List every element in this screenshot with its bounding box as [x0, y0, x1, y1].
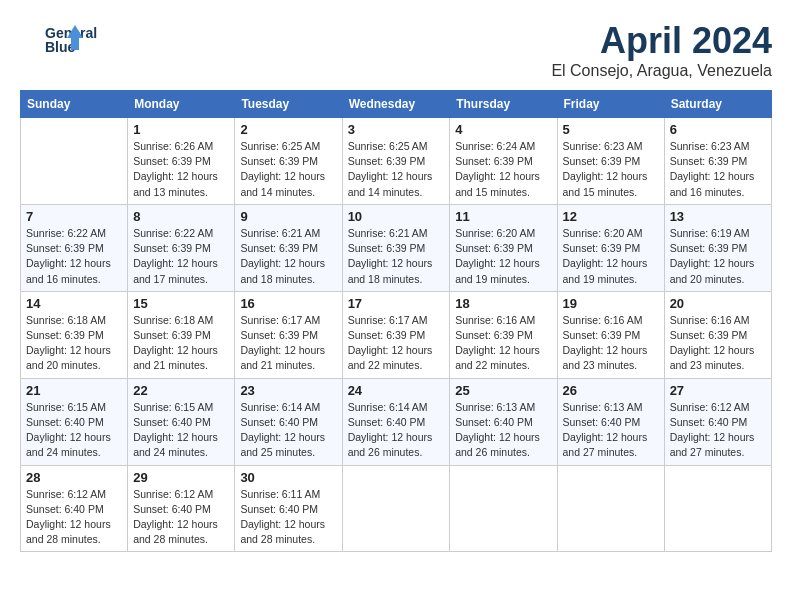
calendar-cell: 19 Sunrise: 6:16 AMSunset: 6:39 PMDaylig… — [557, 291, 664, 378]
day-info: Sunrise: 6:12 AMSunset: 6:40 PMDaylight:… — [133, 488, 218, 546]
day-number: 2 — [240, 122, 336, 137]
day-info: Sunrise: 6:13 AMSunset: 6:40 PMDaylight:… — [455, 401, 540, 459]
col-header-saturday: Saturday — [664, 91, 771, 118]
calendar-cell: 13 Sunrise: 6:19 AMSunset: 6:39 PMDaylig… — [664, 204, 771, 291]
calendar-cell: 18 Sunrise: 6:16 AMSunset: 6:39 PMDaylig… — [450, 291, 557, 378]
day-info: Sunrise: 6:20 AMSunset: 6:39 PMDaylight:… — [455, 227, 540, 285]
day-number: 29 — [133, 470, 229, 485]
calendar-cell: 6 Sunrise: 6:23 AMSunset: 6:39 PMDayligh… — [664, 118, 771, 205]
calendar-cell: 12 Sunrise: 6:20 AMSunset: 6:39 PMDaylig… — [557, 204, 664, 291]
col-header-sunday: Sunday — [21, 91, 128, 118]
day-info: Sunrise: 6:16 AMSunset: 6:39 PMDaylight:… — [563, 314, 648, 372]
day-number: 14 — [26, 296, 122, 311]
day-number: 8 — [133, 209, 229, 224]
day-info: Sunrise: 6:12 AMSunset: 6:40 PMDaylight:… — [26, 488, 111, 546]
day-info: Sunrise: 6:22 AMSunset: 6:39 PMDaylight:… — [133, 227, 218, 285]
day-number: 5 — [563, 122, 659, 137]
day-number: 24 — [348, 383, 445, 398]
location-title: El Consejo, Aragua, Venezuela — [551, 62, 772, 80]
day-info: Sunrise: 6:26 AMSunset: 6:39 PMDaylight:… — [133, 140, 218, 198]
day-info: Sunrise: 6:21 AMSunset: 6:39 PMDaylight:… — [240, 227, 325, 285]
day-info: Sunrise: 6:24 AMSunset: 6:39 PMDaylight:… — [455, 140, 540, 198]
header-row: SundayMondayTuesdayWednesdayThursdayFrid… — [21, 91, 772, 118]
day-number: 7 — [26, 209, 122, 224]
col-header-tuesday: Tuesday — [235, 91, 342, 118]
day-number: 28 — [26, 470, 122, 485]
day-info: Sunrise: 6:14 AMSunset: 6:40 PMDaylight:… — [240, 401, 325, 459]
month-title: April 2024 — [551, 20, 772, 62]
day-number: 19 — [563, 296, 659, 311]
day-number: 15 — [133, 296, 229, 311]
logo-icon: General Blue — [20, 20, 110, 60]
page-header: General Blue April 2024 El Consejo, Arag… — [20, 20, 772, 80]
day-info: Sunrise: 6:17 AMSunset: 6:39 PMDaylight:… — [240, 314, 325, 372]
day-number: 16 — [240, 296, 336, 311]
day-number: 9 — [240, 209, 336, 224]
calendar-cell: 29 Sunrise: 6:12 AMSunset: 6:40 PMDaylig… — [128, 465, 235, 552]
calendar-cell: 1 Sunrise: 6:26 AMSunset: 6:39 PMDayligh… — [128, 118, 235, 205]
calendar-cell: 9 Sunrise: 6:21 AMSunset: 6:39 PMDayligh… — [235, 204, 342, 291]
calendar-cell — [664, 465, 771, 552]
calendar-cell: 25 Sunrise: 6:13 AMSunset: 6:40 PMDaylig… — [450, 378, 557, 465]
calendar-cell: 16 Sunrise: 6:17 AMSunset: 6:39 PMDaylig… — [235, 291, 342, 378]
day-info: Sunrise: 6:13 AMSunset: 6:40 PMDaylight:… — [563, 401, 648, 459]
day-number: 18 — [455, 296, 551, 311]
week-row-1: 1 Sunrise: 6:26 AMSunset: 6:39 PMDayligh… — [21, 118, 772, 205]
calendar-cell — [557, 465, 664, 552]
calendar-cell: 14 Sunrise: 6:18 AMSunset: 6:39 PMDaylig… — [21, 291, 128, 378]
day-info: Sunrise: 6:25 AMSunset: 6:39 PMDaylight:… — [348, 140, 433, 198]
day-number: 25 — [455, 383, 551, 398]
day-info: Sunrise: 6:22 AMSunset: 6:39 PMDaylight:… — [26, 227, 111, 285]
calendar-cell: 8 Sunrise: 6:22 AMSunset: 6:39 PMDayligh… — [128, 204, 235, 291]
week-row-4: 21 Sunrise: 6:15 AMSunset: 6:40 PMDaylig… — [21, 378, 772, 465]
day-number: 27 — [670, 383, 766, 398]
calendar-cell — [342, 465, 450, 552]
day-info: Sunrise: 6:18 AMSunset: 6:39 PMDaylight:… — [26, 314, 111, 372]
calendar-cell: 20 Sunrise: 6:16 AMSunset: 6:39 PMDaylig… — [664, 291, 771, 378]
calendar-cell: 24 Sunrise: 6:14 AMSunset: 6:40 PMDaylig… — [342, 378, 450, 465]
day-number: 3 — [348, 122, 445, 137]
day-number: 26 — [563, 383, 659, 398]
calendar-cell: 23 Sunrise: 6:14 AMSunset: 6:40 PMDaylig… — [235, 378, 342, 465]
week-row-2: 7 Sunrise: 6:22 AMSunset: 6:39 PMDayligh… — [21, 204, 772, 291]
day-info: Sunrise: 6:14 AMSunset: 6:40 PMDaylight:… — [348, 401, 433, 459]
day-info: Sunrise: 6:25 AMSunset: 6:39 PMDaylight:… — [240, 140, 325, 198]
calendar-cell: 2 Sunrise: 6:25 AMSunset: 6:39 PMDayligh… — [235, 118, 342, 205]
day-number: 1 — [133, 122, 229, 137]
day-info: Sunrise: 6:23 AMSunset: 6:39 PMDaylight:… — [563, 140, 648, 198]
calendar-cell: 15 Sunrise: 6:18 AMSunset: 6:39 PMDaylig… — [128, 291, 235, 378]
calendar-cell: 17 Sunrise: 6:17 AMSunset: 6:39 PMDaylig… — [342, 291, 450, 378]
day-info: Sunrise: 6:20 AMSunset: 6:39 PMDaylight:… — [563, 227, 648, 285]
day-number: 10 — [348, 209, 445, 224]
day-number: 4 — [455, 122, 551, 137]
day-number: 6 — [670, 122, 766, 137]
col-header-friday: Friday — [557, 91, 664, 118]
day-number: 22 — [133, 383, 229, 398]
day-number: 12 — [563, 209, 659, 224]
calendar-cell: 28 Sunrise: 6:12 AMSunset: 6:40 PMDaylig… — [21, 465, 128, 552]
calendar-cell: 4 Sunrise: 6:24 AMSunset: 6:39 PMDayligh… — [450, 118, 557, 205]
day-info: Sunrise: 6:18 AMSunset: 6:39 PMDaylight:… — [133, 314, 218, 372]
day-number: 20 — [670, 296, 766, 311]
title-block: April 2024 El Consejo, Aragua, Venezuela — [551, 20, 772, 80]
week-row-3: 14 Sunrise: 6:18 AMSunset: 6:39 PMDaylig… — [21, 291, 772, 378]
day-number: 17 — [348, 296, 445, 311]
calendar-cell: 7 Sunrise: 6:22 AMSunset: 6:39 PMDayligh… — [21, 204, 128, 291]
day-info: Sunrise: 6:21 AMSunset: 6:39 PMDaylight:… — [348, 227, 433, 285]
col-header-thursday: Thursday — [450, 91, 557, 118]
week-row-5: 28 Sunrise: 6:12 AMSunset: 6:40 PMDaylig… — [21, 465, 772, 552]
calendar-cell: 3 Sunrise: 6:25 AMSunset: 6:39 PMDayligh… — [342, 118, 450, 205]
logo: General Blue — [20, 20, 110, 60]
calendar-cell: 30 Sunrise: 6:11 AMSunset: 6:40 PMDaylig… — [235, 465, 342, 552]
day-info: Sunrise: 6:19 AMSunset: 6:39 PMDaylight:… — [670, 227, 755, 285]
day-info: Sunrise: 6:15 AMSunset: 6:40 PMDaylight:… — [26, 401, 111, 459]
calendar-cell: 21 Sunrise: 6:15 AMSunset: 6:40 PMDaylig… — [21, 378, 128, 465]
calendar-cell — [21, 118, 128, 205]
col-header-monday: Monday — [128, 91, 235, 118]
calendar-cell — [450, 465, 557, 552]
day-number: 23 — [240, 383, 336, 398]
col-header-wednesday: Wednesday — [342, 91, 450, 118]
day-number: 13 — [670, 209, 766, 224]
day-info: Sunrise: 6:15 AMSunset: 6:40 PMDaylight:… — [133, 401, 218, 459]
calendar-cell: 10 Sunrise: 6:21 AMSunset: 6:39 PMDaylig… — [342, 204, 450, 291]
